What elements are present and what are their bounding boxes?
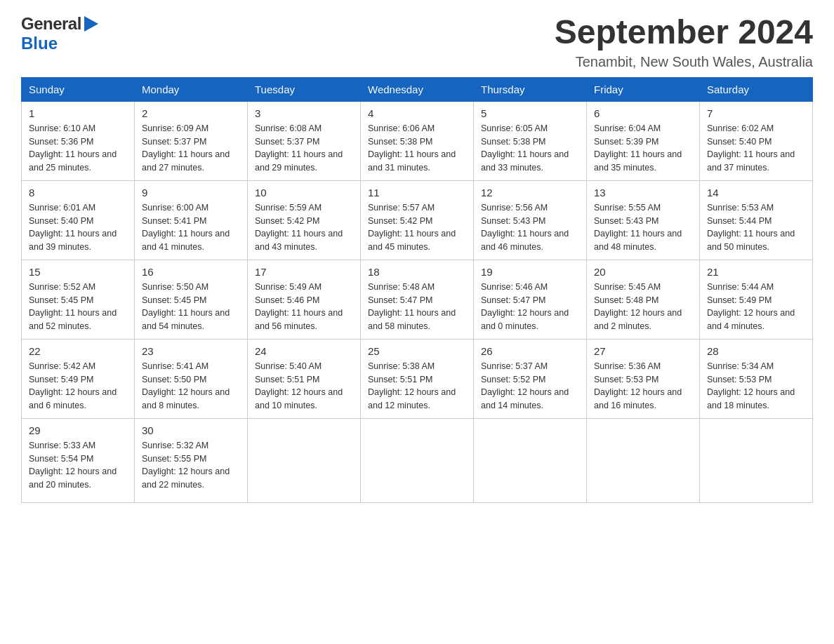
day-number: 7 (707, 107, 805, 119)
day-info: Sunrise: 6:05 AMSunset: 5:38 PMDaylight:… (481, 123, 569, 173)
day-number: 2 (142, 107, 240, 119)
day-number: 14 (707, 187, 805, 199)
day-number: 1 (29, 107, 127, 119)
day-info: Sunrise: 5:40 AMSunset: 5:51 PMDaylight:… (255, 361, 343, 410)
calendar-cell: 11 Sunrise: 5:57 AMSunset: 5:42 PMDaylig… (361, 180, 474, 260)
calendar-cell: 26 Sunrise: 5:37 AMSunset: 5:52 PMDaylig… (474, 339, 587, 418)
title-block: September 2024 Tenambit, New South Wales… (555, 14, 813, 70)
day-number: 28 (707, 345, 805, 357)
logo: General Blue (21, 14, 98, 53)
calendar-cell: 5 Sunrise: 6:05 AMSunset: 5:38 PMDayligh… (474, 101, 587, 180)
day-info: Sunrise: 5:52 AMSunset: 5:45 PMDaylight:… (29, 282, 117, 331)
calendar-cell: 2 Sunrise: 6:09 AMSunset: 5:37 PMDayligh… (135, 101, 248, 180)
day-info: Sunrise: 5:57 AMSunset: 5:42 PMDaylight:… (368, 203, 456, 252)
day-info: Sunrise: 5:44 AMSunset: 5:49 PMDaylight:… (707, 282, 795, 331)
calendar-cell (361, 418, 474, 502)
calendar-header-thursday: Thursday (474, 77, 587, 101)
logo-arrow-icon (84, 16, 98, 32)
day-number: 19 (481, 266, 579, 278)
day-number: 8 (29, 187, 127, 199)
calendar-cell: 27 Sunrise: 5:36 AMSunset: 5:53 PMDaylig… (587, 339, 700, 418)
calendar-cell (587, 418, 700, 502)
calendar-cell: 4 Sunrise: 6:06 AMSunset: 5:38 PMDayligh… (361, 101, 474, 180)
day-info: Sunrise: 5:48 AMSunset: 5:47 PMDaylight:… (368, 282, 456, 331)
calendar-cell: 19 Sunrise: 5:46 AMSunset: 5:47 PMDaylig… (474, 260, 587, 339)
calendar-cell: 1 Sunrise: 6:10 AMSunset: 5:36 PMDayligh… (22, 101, 135, 180)
day-info: Sunrise: 6:09 AMSunset: 5:37 PMDaylight:… (142, 123, 230, 173)
day-info: Sunrise: 5:38 AMSunset: 5:51 PMDaylight:… (368, 361, 456, 410)
calendar-week-row: 29 Sunrise: 5:33 AMSunset: 5:54 PMDaylig… (22, 418, 813, 502)
calendar-cell: 10 Sunrise: 5:59 AMSunset: 5:42 PMDaylig… (248, 180, 361, 260)
calendar-cell (474, 418, 587, 502)
day-number: 15 (29, 266, 127, 278)
day-number: 24 (255, 345, 353, 357)
day-info: Sunrise: 5:56 AMSunset: 5:43 PMDaylight:… (481, 203, 569, 252)
day-number: 22 (29, 345, 127, 357)
logo-blue-text: Blue (21, 34, 58, 53)
calendar-header-saturday: Saturday (700, 77, 813, 101)
day-number: 10 (255, 187, 353, 199)
calendar-cell: 6 Sunrise: 6:04 AMSunset: 5:39 PMDayligh… (587, 101, 700, 180)
calendar-cell: 28 Sunrise: 5:34 AMSunset: 5:53 PMDaylig… (700, 339, 813, 418)
day-number: 4 (368, 107, 466, 119)
day-info: Sunrise: 5:46 AMSunset: 5:47 PMDaylight:… (481, 282, 569, 331)
calendar-cell: 23 Sunrise: 5:41 AMSunset: 5:50 PMDaylig… (135, 339, 248, 418)
calendar-cell: 25 Sunrise: 5:38 AMSunset: 5:51 PMDaylig… (361, 339, 474, 418)
calendar-cell: 21 Sunrise: 5:44 AMSunset: 5:49 PMDaylig… (700, 260, 813, 339)
calendar-table: SundayMondayTuesdayWednesdayThursdayFrid… (21, 77, 813, 503)
calendar-cell: 18 Sunrise: 5:48 AMSunset: 5:47 PMDaylig… (361, 260, 474, 339)
day-info: Sunrise: 6:02 AMSunset: 5:40 PMDaylight:… (707, 123, 795, 173)
logo-general-text: General (21, 14, 81, 34)
day-info: Sunrise: 5:49 AMSunset: 5:46 PMDaylight:… (255, 282, 343, 331)
calendar-cell: 30 Sunrise: 5:32 AMSunset: 5:55 PMDaylig… (135, 418, 248, 502)
day-info: Sunrise: 5:59 AMSunset: 5:42 PMDaylight:… (255, 203, 343, 252)
day-info: Sunrise: 5:37 AMSunset: 5:52 PMDaylight:… (481, 361, 569, 410)
calendar-cell (700, 418, 813, 502)
day-number: 9 (142, 187, 240, 199)
day-info: Sunrise: 5:34 AMSunset: 5:53 PMDaylight:… (707, 361, 795, 410)
day-info: Sunrise: 5:41 AMSunset: 5:50 PMDaylight:… (142, 361, 230, 410)
calendar-header-sunday: Sunday (22, 77, 135, 101)
day-number: 30 (142, 424, 240, 436)
day-number: 25 (368, 345, 466, 357)
calendar-cell: 8 Sunrise: 6:01 AMSunset: 5:40 PMDayligh… (22, 180, 135, 260)
page-header: General Blue September 2024 Tenambit, Ne… (21, 14, 813, 70)
day-info: Sunrise: 6:06 AMSunset: 5:38 PMDaylight:… (368, 123, 456, 173)
day-number: 20 (594, 266, 692, 278)
calendar-cell: 24 Sunrise: 5:40 AMSunset: 5:51 PMDaylig… (248, 339, 361, 418)
calendar-week-row: 8 Sunrise: 6:01 AMSunset: 5:40 PMDayligh… (22, 180, 813, 260)
calendar-cell: 20 Sunrise: 5:45 AMSunset: 5:48 PMDaylig… (587, 260, 700, 339)
calendar-week-row: 15 Sunrise: 5:52 AMSunset: 5:45 PMDaylig… (22, 260, 813, 339)
calendar-cell: 15 Sunrise: 5:52 AMSunset: 5:45 PMDaylig… (22, 260, 135, 339)
day-info: Sunrise: 5:32 AMSunset: 5:55 PMDaylight:… (142, 441, 230, 490)
calendar-cell: 29 Sunrise: 5:33 AMSunset: 5:54 PMDaylig… (22, 418, 135, 502)
day-info: Sunrise: 5:42 AMSunset: 5:49 PMDaylight:… (29, 361, 117, 410)
day-info: Sunrise: 6:01 AMSunset: 5:40 PMDaylight:… (29, 203, 117, 252)
calendar-week-row: 1 Sunrise: 6:10 AMSunset: 5:36 PMDayligh… (22, 101, 813, 180)
svg-marker-0 (84, 16, 98, 32)
day-number: 29 (29, 424, 127, 436)
day-number: 16 (142, 266, 240, 278)
calendar-header-monday: Monday (135, 77, 248, 101)
day-info: Sunrise: 5:53 AMSunset: 5:44 PMDaylight:… (707, 203, 795, 252)
day-info: Sunrise: 6:04 AMSunset: 5:39 PMDaylight:… (594, 123, 682, 173)
calendar-cell: 7 Sunrise: 6:02 AMSunset: 5:40 PMDayligh… (700, 101, 813, 180)
calendar-header-row: SundayMondayTuesdayWednesdayThursdayFrid… (22, 77, 813, 101)
day-number: 12 (481, 187, 579, 199)
day-number: 23 (142, 345, 240, 357)
day-number: 3 (255, 107, 353, 119)
calendar-week-row: 22 Sunrise: 5:42 AMSunset: 5:49 PMDaylig… (22, 339, 813, 418)
day-number: 5 (481, 107, 579, 119)
day-info: Sunrise: 5:36 AMSunset: 5:53 PMDaylight:… (594, 361, 682, 410)
day-info: Sunrise: 5:50 AMSunset: 5:45 PMDaylight:… (142, 282, 230, 331)
calendar-cell: 9 Sunrise: 6:00 AMSunset: 5:41 PMDayligh… (135, 180, 248, 260)
day-info: Sunrise: 6:10 AMSunset: 5:36 PMDaylight:… (29, 123, 117, 173)
calendar-cell: 3 Sunrise: 6:08 AMSunset: 5:37 PMDayligh… (248, 101, 361, 180)
day-number: 11 (368, 187, 466, 199)
day-number: 21 (707, 266, 805, 278)
day-info: Sunrise: 5:45 AMSunset: 5:48 PMDaylight:… (594, 282, 682, 331)
calendar-cell: 13 Sunrise: 5:55 AMSunset: 5:43 PMDaylig… (587, 180, 700, 260)
day-info: Sunrise: 6:08 AMSunset: 5:37 PMDaylight:… (255, 123, 343, 173)
calendar-cell (248, 418, 361, 502)
day-info: Sunrise: 6:00 AMSunset: 5:41 PMDaylight:… (142, 203, 230, 252)
